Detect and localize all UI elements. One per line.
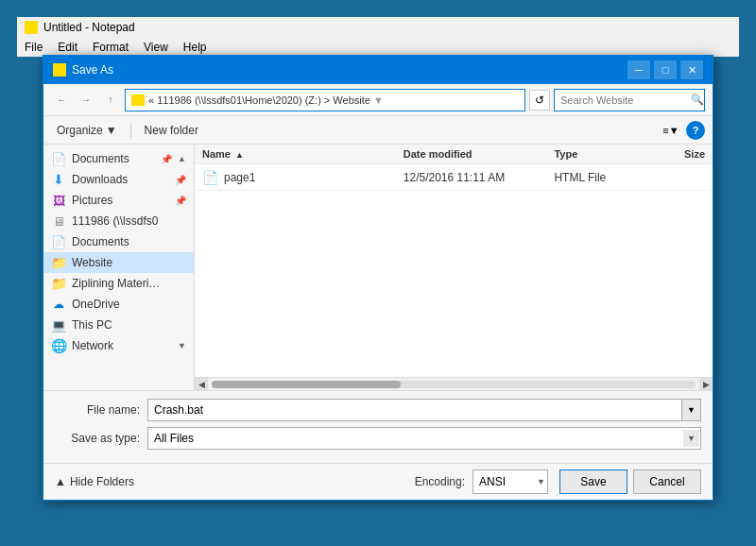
maximize-button[interactable]: □	[654, 60, 677, 79]
close-button[interactable]: ✕	[680, 60, 703, 79]
encoding-section: Encoding: ANSI UTF-8 UTF-16 LE UTF-16 BE	[415, 469, 548, 494]
back-button[interactable]: ←	[51, 90, 72, 111]
filename-input[interactable]	[154, 403, 678, 417]
toolbar-separator	[130, 123, 131, 138]
menu-edit[interactable]: Edit	[58, 41, 77, 54]
sidebar-item-pictures[interactable]: 🖼 Pictures 📌	[43, 190, 194, 211]
breadcrumb[interactable]: « 111986 (\\lssdfs01\Home\2020) (Z:) > W…	[125, 89, 525, 111]
network-expand-arrow-icon: ▼	[178, 341, 186, 350]
dialog-bottom: ▲ Hide Folders Encoding: ANSI UTF-8 UTF-…	[43, 463, 713, 500]
table-row[interactable]: 📄 page1 12/5/2016 11:11 AM HTML File	[195, 164, 713, 191]
savetype-row: Save as type: All Files Text Documents (…	[55, 427, 701, 450]
sidebar-item-label: Documents	[72, 235, 186, 248]
savetype-select-wrapper[interactable]: All Files Text Documents (*.txt) All Fil…	[147, 427, 701, 450]
filename-input-wrapper[interactable]: ▼	[147, 399, 701, 421]
refresh-button[interactable]: ↺	[529, 90, 550, 111]
scroll-thumb[interactable]	[212, 381, 401, 388]
up-button[interactable]: ↑	[100, 90, 121, 111]
pictures-icon: 🖼	[51, 194, 66, 207]
menu-file[interactable]: File	[25, 41, 43, 54]
file-date-cell: 12/5/2016 11:11 AM	[404, 171, 555, 184]
address-bar: ← → ↑ « 111986 (\\lssdfs01\Home\2020) (Z…	[43, 84, 713, 116]
breadcrumb-folder-icon	[131, 94, 145, 106]
horizontal-scrollbar[interactable]: ◀ ▶	[195, 377, 713, 390]
col-date-header[interactable]: Date modified	[404, 148, 555, 160]
sidebar-item-network[interactable]: 🌐 Network ▼	[43, 335, 194, 356]
file-header: Name ▲ Date modified Type Size	[195, 145, 713, 164]
sidebar-item-label: Website	[72, 256, 186, 269]
breadcrumb-text: « 111986 (\\lssdfs01\Home\2020) (Z:) > W…	[148, 94, 370, 106]
onedrive-icon: ☁	[51, 298, 66, 311]
toolbar: Organize ▼ New folder ≡ ▼ ?	[43, 116, 713, 145]
file-name-cell: 📄 page1	[202, 170, 404, 185]
sidebar-item-label: This PC	[72, 318, 186, 332]
savetype-label: Save as type:	[55, 432, 140, 445]
savetype-select[interactable]: All Files Text Documents (*.txt) All Fil…	[147, 427, 701, 450]
cancel-button[interactable]: Cancel	[633, 469, 701, 494]
notepad-menu: File Edit Format View Help	[17, 38, 739, 57]
thispc-icon: 💻	[51, 318, 66, 332]
toolbar-right: ≡ ▼ ?	[660, 120, 705, 141]
sidebar-item-label: Documents	[72, 152, 155, 165]
new-folder-label: New folder	[145, 124, 198, 137]
pin-icon: 📌	[175, 196, 186, 206]
dialog-title-icon	[53, 63, 66, 77]
sidebar-item-ziplining[interactable]: 📁 Ziplining Materi…	[43, 273, 194, 294]
menu-view[interactable]: View	[144, 41, 168, 54]
encoding-select-wrapper[interactable]: ANSI UTF-8 UTF-16 LE UTF-16 BE	[472, 469, 548, 494]
notepad-icon	[25, 21, 38, 34]
menu-help[interactable]: Help	[183, 41, 207, 54]
window-buttons: ─ □ ✕	[627, 60, 703, 79]
scroll-right-button[interactable]: ▶	[699, 378, 713, 391]
sidebar-item-label: Downloads	[72, 173, 169, 186]
sort-arrow-icon: ▲	[235, 150, 244, 160]
network-icon: 🌐	[51, 339, 66, 352]
filename-label: File name:	[55, 403, 140, 417]
pin-icon: 📌	[161, 154, 172, 164]
website-icon: 📁	[51, 256, 66, 269]
filename-dropdown-button[interactable]: ▼	[681, 400, 700, 420]
breadcrumb-dropdown[interactable]: ▼	[373, 94, 384, 106]
col-name-header[interactable]: Name ▲	[202, 148, 404, 160]
dialog-titlebar: Save As ─ □ ✕	[43, 56, 713, 84]
drive-icon: 🖥	[51, 214, 66, 228]
col-type-header[interactable]: Type	[554, 148, 654, 160]
sidebar-item-thispc[interactable]: 💻 This PC	[43, 315, 194, 335]
search-box[interactable]: 🔍	[554, 89, 705, 111]
sidebar-item-label: 111986 (\\lssdfs0	[72, 214, 186, 228]
sidebar-item-drive[interactable]: 🖥 111986 (\\lssdfs0	[43, 211, 194, 231]
documents2-icon: 📄	[51, 235, 66, 248]
sidebar-item-website[interactable]: 📁 Website	[43, 252, 194, 273]
col-size-header[interactable]: Size	[655, 148, 705, 160]
sidebar-item-label: Ziplining Materi…	[72, 277, 186, 290]
new-folder-button[interactable]: New folder	[139, 122, 204, 139]
filename-row: File name: ▼	[55, 399, 701, 421]
menu-format[interactable]: Format	[93, 41, 129, 54]
search-input[interactable]	[560, 94, 691, 106]
sidebar-item-onedrive[interactable]: ☁ OneDrive	[43, 294, 194, 315]
pin-icon: 📌	[175, 175, 186, 185]
notepad-title: Untitled - Notepad	[43, 21, 135, 34]
sidebar-item-downloads[interactable]: ⬇ Downloads 📌	[43, 169, 194, 190]
file-icon: 📄	[202, 170, 218, 185]
hide-folders-button[interactable]: ▲ Hide Folders	[55, 475, 134, 488]
scroll-track[interactable]	[212, 381, 696, 388]
encoding-select[interactable]: ANSI UTF-8 UTF-16 LE UTF-16 BE	[472, 469, 548, 494]
minimize-button[interactable]: ─	[627, 60, 650, 79]
organize-button[interactable]: Organize ▼	[51, 122, 123, 139]
forward-button[interactable]: →	[76, 90, 96, 111]
sidebar-item-documents[interactable]: 📄 Documents 📌 ▲	[43, 148, 194, 169]
save-button[interactable]: Save	[559, 469, 627, 494]
file-type-cell: HTML File	[554, 171, 654, 184]
scroll-left-button[interactable]: ◀	[195, 378, 208, 391]
sidebar-item-label: Network	[72, 339, 172, 352]
dialog-form: File name: ▼ Save as type: All Files Tex…	[43, 390, 713, 463]
search-icon: 🔍	[691, 94, 704, 106]
help-button[interactable]: ?	[686, 121, 705, 140]
documents-icon: 📄	[51, 152, 66, 165]
sidebar-item-documents2[interactable]: 📄 Documents	[43, 231, 194, 252]
expand-arrow-icon: ▲	[178, 154, 186, 163]
view-arrow-icon: ▼	[669, 125, 679, 136]
view-button[interactable]: ≡ ▼	[660, 120, 682, 141]
file-name: page1	[224, 171, 255, 184]
